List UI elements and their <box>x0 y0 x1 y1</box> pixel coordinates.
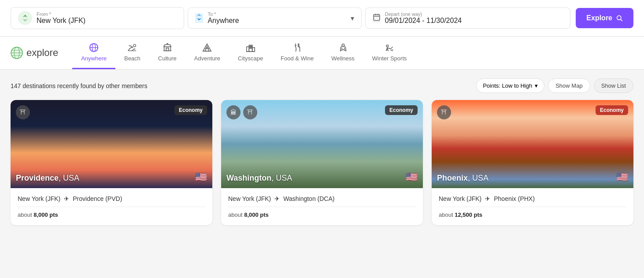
card-icons-phoenix: ⛩ <box>437 105 451 119</box>
card-dest-phoenix: Phoenix, USA <box>437 174 489 183</box>
show-map-button[interactable]: Show Map <box>548 78 590 93</box>
card-washington[interactable]: 🏛 ⛩ Economy Washington, USA 🇺🇸 New York … <box>221 100 423 225</box>
wintersports-icon <box>385 43 394 52</box>
plane-icon: ✈ <box>64 195 69 202</box>
svg-marker-1 <box>23 19 28 21</box>
date-value: 09/01/2024 - 11/30/2024 <box>385 17 462 25</box>
culture2-badge-icon: ⛩ <box>243 105 257 119</box>
from-label: From * <box>37 11 85 17</box>
explore-button[interactable]: Explore <box>576 8 633 28</box>
foodwine-icon <box>292 43 302 52</box>
show-list-label: Show List <box>601 82 626 89</box>
cards-grid: ⛩ Economy Providence, USA 🇺🇸 New York (J… <box>11 100 633 225</box>
sort-label: Points: Low to High <box>483 82 532 89</box>
card-to-washington: Washington (DCA) <box>283 195 334 202</box>
tab-wintersports-label: Winter Sports <box>372 55 407 62</box>
calendar-icon <box>373 13 381 23</box>
card-pts-providence: about 8,000 pts <box>18 211 205 218</box>
logo-text: explore <box>26 47 58 59</box>
tab-culture-label: Culture <box>158 55 177 62</box>
svg-marker-3 <box>197 18 202 20</box>
show-list-button[interactable]: Show List <box>594 78 633 93</box>
card-from-providence: New York (JFK) <box>18 195 60 202</box>
tab-anywhere-label: Anywhere <box>81 55 107 62</box>
svg-marker-0 <box>23 15 28 17</box>
tab-cityscape-label: Cityscape <box>238 55 263 62</box>
tab-wellness[interactable]: Wellness <box>322 37 363 69</box>
date-field[interactable]: Depart (one way) 09/01/2024 - 11/30/2024 <box>365 7 571 29</box>
card-image-providence: ⛩ Economy Providence, USA 🇺🇸 <box>11 100 212 188</box>
tab-foodwine[interactable]: Food & Wine <box>272 37 322 69</box>
sort-dropdown[interactable]: Points: Low to High ▾ <box>476 78 544 93</box>
to-field[interactable]: To * Anywhere ▾ <box>188 7 361 29</box>
culture-badge-icon: ⛩ <box>16 105 30 119</box>
card-route-providence: New York (JFK) ✈ Providence (PVD) <box>18 195 205 207</box>
card-image-phoenix: ⛩ Economy Phoenix, USA 🇺🇸 <box>432 100 633 188</box>
tab-beach[interactable]: Beach <box>115 37 149 69</box>
svg-point-19 <box>133 44 136 47</box>
results-controls: Points: Low to High ▾ Show Map Show List <box>476 78 633 93</box>
tab-cityscape[interactable]: Cityscape <box>229 37 272 69</box>
wellness-icon <box>338 43 348 52</box>
svg-marker-26 <box>203 44 211 52</box>
card-phoenix[interactable]: ⛩ Economy Phoenix, USA 🇺🇸 New York (JFK)… <box>432 100 633 225</box>
svg-point-40 <box>386 45 389 47</box>
tab-culture[interactable]: Culture <box>149 37 185 69</box>
nav-bar: explore Anywhere Beach <box>0 37 644 70</box>
results-count: 147 destinations recently found by other… <box>11 82 148 89</box>
card-badge-washington: Economy <box>385 105 418 115</box>
tab-foodwine-label: Food & Wine <box>281 55 314 62</box>
to-dropdown-chevron: ▾ <box>351 14 354 22</box>
card-badge-providence: Economy <box>174 105 207 115</box>
from-icon <box>18 11 32 25</box>
card-flag-providence: 🇺🇸 <box>195 171 207 183</box>
tab-wintersports[interactable]: Winter Sports <box>363 37 416 69</box>
from-value: New York (JFK) <box>37 17 85 25</box>
results-header: 147 destinations recently found by other… <box>11 78 633 93</box>
card-dest-washington: Washington, USA <box>226 174 292 183</box>
search-bar: From * New York (JFK) To * Anywhere ▾ <box>0 0 644 37</box>
sort-chevron-icon: ▾ <box>535 82 538 89</box>
beach-icon <box>127 43 137 52</box>
to-value: Anywhere <box>207 17 239 25</box>
svg-rect-4 <box>374 15 380 21</box>
tab-adventure-label: Adventure <box>194 55 220 62</box>
card-providence[interactable]: ⛩ Economy Providence, USA 🇺🇸 New York (J… <box>11 100 212 225</box>
main-content: 147 destinations recently found by other… <box>0 70 644 234</box>
card-badge-phoenix: Economy <box>596 105 628 115</box>
globe-icon <box>11 47 23 59</box>
card-pts-phoenix: about 12,500 pts <box>439 211 626 218</box>
to-label: To * <box>207 11 239 17</box>
plane-icon-3: ✈ <box>485 195 490 202</box>
svg-point-8 <box>617 16 621 20</box>
card-icons-washington: 🏛 ⛩ <box>226 105 257 119</box>
from-field[interactable]: From * New York (JFK) <box>11 7 184 29</box>
svg-line-9 <box>621 19 622 21</box>
card-icons-providence: ⛩ <box>16 105 30 119</box>
date-label: Depart (one way) <box>385 11 462 17</box>
svg-marker-2 <box>197 14 202 16</box>
explore-label: Explore <box>586 14 612 22</box>
svg-rect-35 <box>251 46 252 47</box>
nav-logo: explore <box>11 40 58 66</box>
cityscape-badge-icon: 🏛 <box>226 105 241 119</box>
card-from-washington: New York (JFK) <box>228 195 271 202</box>
card-dest-providence: Providence, USA <box>16 174 79 183</box>
card-route-washington: New York (JFK) ✈ Washington (DCA) <box>228 195 416 207</box>
tab-adventure[interactable]: Adventure <box>185 37 229 69</box>
card-flag-washington: 🇺🇸 <box>406 171 418 183</box>
culture-icon <box>163 43 172 52</box>
svg-rect-37 <box>251 48 252 48</box>
card-pts-washington: about 8,000 pts <box>228 211 416 218</box>
card-image-washington: 🏛 ⛩ Economy Washington, USA 🇺🇸 <box>221 100 423 188</box>
card-flag-phoenix: 🇺🇸 <box>616 171 628 183</box>
tab-anywhere[interactable]: Anywhere <box>72 37 115 69</box>
card-route-phoenix: New York (JFK) ✈ Phoenix (PHX) <box>439 195 626 207</box>
card-from-phoenix: New York (JFK) <box>439 195 481 202</box>
card-to-providence: Providence (PVD) <box>73 195 122 202</box>
show-map-label: Show Map <box>555 82 582 89</box>
tab-wellness-label: Wellness <box>331 55 355 62</box>
svg-rect-30 <box>246 47 249 52</box>
svg-rect-34 <box>250 46 251 47</box>
card-to-phoenix: Phoenix (PHX) <box>494 195 535 202</box>
